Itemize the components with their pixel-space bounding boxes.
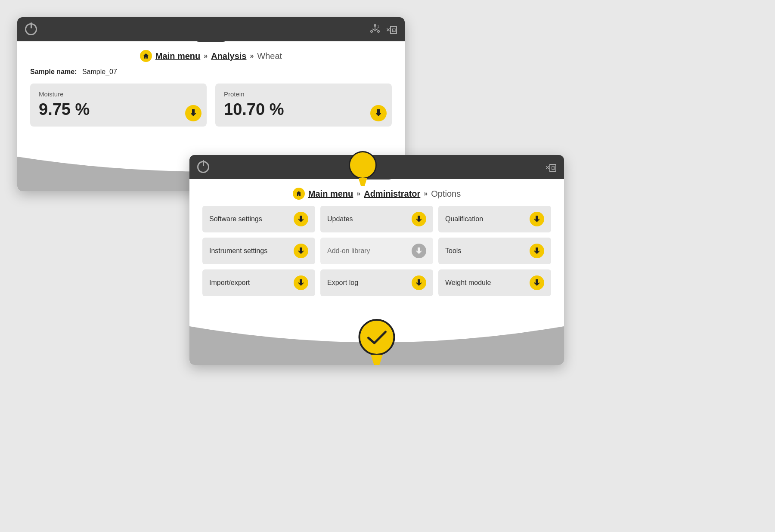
option-updates[interactable]: Updates	[320, 206, 433, 232]
yellow-bell-w1	[349, 151, 377, 186]
software-settings-label: Software settings	[209, 215, 262, 223]
option-tools[interactable]: Tools	[438, 238, 551, 264]
window1-content: Main menu » Analysis » Wheat Sample name…	[17, 41, 405, 139]
weight-module-touch[interactable]	[530, 275, 544, 290]
protein-label: Protein	[224, 90, 383, 98]
moisture-label: Moisture	[39, 90, 198, 98]
protein-card[interactable]: Protein 10.70 %	[215, 84, 392, 127]
breadcrumb-options: Main menu » Administrator » Options	[202, 188, 551, 200]
option-addon-library[interactable]: Add-on library	[320, 238, 433, 264]
administrator-link[interactable]: Administrator	[364, 189, 420, 199]
qualification-label: Qualification	[445, 215, 483, 223]
instrument-settings-label: Instrument settings	[209, 247, 267, 255]
import-export-touch[interactable]	[294, 275, 308, 290]
protein-value: 10.70 %	[224, 100, 383, 119]
qualification-touch[interactable]	[530, 212, 544, 226]
addon-library-label: Add-on library	[327, 247, 370, 255]
import-export-label: Import/export	[209, 279, 250, 287]
window2-bottom	[189, 309, 564, 365]
titlebar-right: 1 ×⊡	[369, 24, 397, 35]
titlebar-left	[25, 23, 37, 35]
addon-library-touch[interactable]	[412, 244, 426, 258]
option-weight-module[interactable]: Weight module	[438, 269, 551, 296]
option-qualification[interactable]: Qualification	[438, 206, 551, 232]
check-bell	[359, 319, 395, 365]
moisture-card[interactable]: Moisture 9.75 %	[30, 84, 207, 127]
home-icon-2[interactable]	[293, 188, 305, 200]
home-icon[interactable]	[140, 50, 152, 62]
export-log-label: Export log	[327, 279, 358, 287]
sep4: »	[424, 190, 428, 198]
window2-content: Main menu » Administrator » Options Soft…	[189, 179, 564, 309]
metrics-row: Moisture 9.75 % Protein 10.70 %	[30, 84, 392, 127]
current-page: Wheat	[257, 51, 282, 61]
sample-name-row: Sample name: Sample_07	[30, 68, 392, 76]
titlebar-options: ×⊡	[189, 155, 564, 179]
breadcrumb-analysis: Main menu » Analysis » Wheat	[30, 50, 392, 62]
sep2: »	[250, 52, 254, 60]
updates-label: Updates	[327, 215, 353, 223]
option-import-export[interactable]: Import/export	[202, 269, 315, 296]
tools-label: Tools	[445, 247, 461, 255]
titlebar-right-2: ×⊡	[546, 164, 556, 171]
options-current: Options	[431, 189, 461, 199]
main-menu-link-2[interactable]: Main menu	[308, 189, 353, 199]
close-icon[interactable]: ×⊡	[386, 26, 397, 33]
weight-module-label: Weight module	[445, 279, 491, 287]
updates-touch[interactable]	[412, 212, 426, 226]
option-export-log[interactable]: Export log	[320, 269, 433, 296]
sample-label: Sample name:	[30, 68, 77, 75]
power-icon-2[interactable]	[197, 161, 209, 173]
sep1: »	[204, 52, 208, 60]
sample-value: Sample_07	[82, 68, 117, 75]
export-log-touch[interactable]	[412, 275, 426, 290]
tools-touch[interactable]	[530, 244, 544, 258]
power-icon[interactable]	[25, 23, 37, 35]
titlebar-left-2	[197, 161, 209, 173]
main-menu-link[interactable]: Main menu	[155, 51, 200, 61]
options-grid: Software settings Updates Qualification	[202, 206, 551, 296]
svg-text:1: 1	[377, 25, 379, 29]
moisture-touch[interactable]	[185, 105, 202, 121]
sep3: »	[356, 190, 360, 198]
option-software-settings[interactable]: Software settings	[202, 206, 315, 232]
analysis-link[interactable]: Analysis	[211, 51, 246, 61]
moisture-value: 9.75 %	[39, 100, 198, 119]
instrument-settings-touch[interactable]	[294, 244, 308, 258]
usb-icon: 1	[369, 24, 381, 35]
titlebar-analysis: 1 ×⊡	[17, 17, 405, 41]
option-instrument-settings[interactable]: Instrument settings	[202, 238, 315, 264]
window-options: ×⊡ Main menu » Administrator » Options S…	[189, 155, 564, 365]
protein-touch[interactable]	[370, 105, 387, 121]
software-settings-touch[interactable]	[294, 212, 308, 226]
close-icon-2[interactable]: ×⊡	[546, 164, 556, 171]
